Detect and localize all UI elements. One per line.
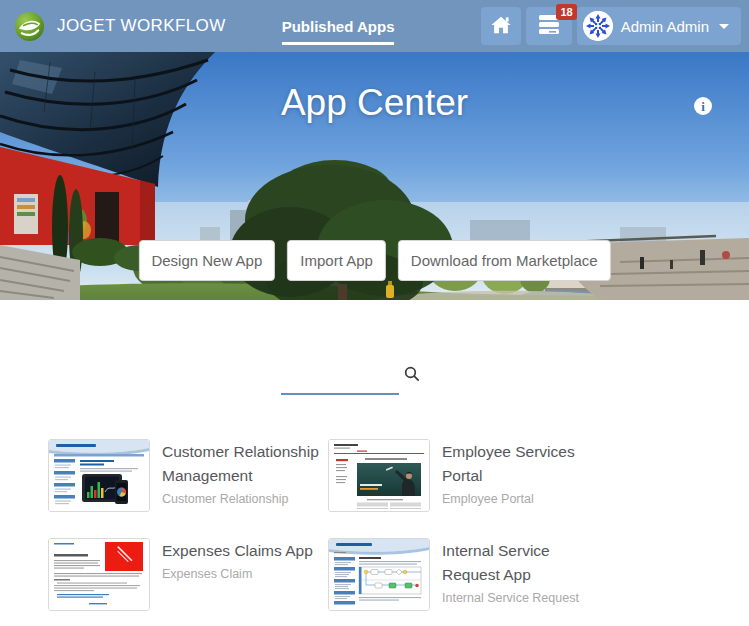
app-title: Expenses Claims App [162, 539, 326, 563]
app-card-text: Employee Services Portal Employee Portal [442, 439, 606, 512]
app-title: Customer Relationship Management [162, 440, 326, 488]
app-subtitle: Customer Relationship [162, 491, 326, 507]
design-new-app-button[interactable]: Design New App [138, 240, 275, 281]
app-card-customer-relationship-management[interactable]: Customer Relationship Management Custome… [48, 439, 328, 512]
import-app-button[interactable]: Import App [287, 240, 386, 281]
app-thumbnail [48, 439, 150, 512]
user-menu-button[interactable]: Admin Admin [577, 7, 741, 45]
app-card-expenses-claims-app[interactable]: Expenses Claims App Expenses Claim [48, 538, 328, 611]
app-center-page: JOGET WORKFLOW Published Apps [0, 0, 749, 626]
app-card-text: Customer Relationship Management Custome… [162, 439, 326, 512]
search-icon[interactable] [404, 366, 420, 386]
app-subtitle: Employee Portal [442, 491, 606, 507]
notification-badge: 18 [556, 4, 576, 20]
app-title: Internal Service Request App [442, 539, 606, 587]
app-search [281, 366, 441, 395]
app-subtitle: Expenses Claim [162, 566, 326, 582]
app-subtitle: Internal Service Request [442, 590, 606, 606]
crm-app-thumbnail-image [49, 440, 149, 511]
app-card-internal-service-request-app[interactable]: Internal Service Request App Internal Se… [328, 538, 608, 611]
app-card-text: Expenses Claims App Expenses Claim [162, 538, 326, 611]
info-icon[interactable]: i [694, 97, 712, 115]
app-thumbnail [48, 538, 150, 611]
published-apps-grid: Customer Relationship Management Custome… [48, 439, 608, 611]
brand-title: JOGET WORKFLOW [57, 16, 226, 36]
process-inbox-button[interactable]: 18 [526, 7, 572, 45]
top-navbar: JOGET WORKFLOW Published Apps [0, 0, 749, 52]
user-name-label: Admin Admin [621, 18, 709, 35]
home-icon [490, 15, 512, 38]
internal-service-request-thumbnail-image [329, 539, 429, 610]
search-input[interactable] [281, 369, 399, 395]
tab-published-apps[interactable]: Published Apps [282, 18, 395, 35]
hero-action-buttons: Design New App Import App Download from … [138, 240, 610, 281]
expenses-claims-thumbnail-image [49, 539, 149, 610]
page-title: App Center [0, 82, 749, 124]
caret-down-icon [719, 24, 729, 29]
hero-banner: App Center i Design New App Import App D… [0, 52, 749, 300]
download-from-marketplace-button[interactable]: Download from Marketplace [398, 240, 611, 281]
navbar-actions: 18 [481, 7, 741, 45]
app-card-text: Internal Service Request App Internal Se… [442, 538, 606, 611]
employee-services-portal-thumbnail-image [329, 440, 429, 511]
home-button[interactable] [481, 7, 521, 45]
app-thumbnail [328, 538, 430, 611]
user-avatar [583, 11, 613, 41]
app-thumbnail [328, 439, 430, 512]
app-card-employee-services-portal[interactable]: Employee Services Portal Employee Portal [328, 439, 608, 512]
app-title: Employee Services Portal [442, 440, 606, 488]
joget-logo [14, 11, 45, 42]
